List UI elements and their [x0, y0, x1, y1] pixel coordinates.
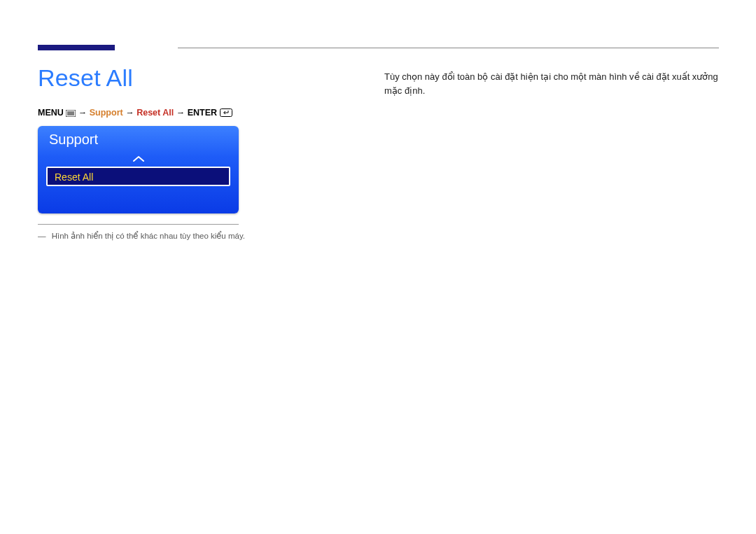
breadcrumb-arrow-1: →: [78, 108, 90, 118]
menu-icon: [66, 108, 76, 120]
breadcrumb-menu: MENU: [38, 108, 64, 118]
breadcrumb-arrow-2: →: [125, 108, 136, 118]
panel-title: Support: [38, 126, 239, 148]
menu-item-reset-all[interactable]: Reset All: [46, 167, 230, 186]
footnote-text: Hình ảnh hiển thị có thể khác nhau tùy t…: [52, 232, 245, 240]
top-horizontal-rule: [178, 48, 719, 48]
footnote-dash: ―: [38, 232, 46, 240]
chevron-up-icon[interactable]: [38, 154, 239, 165]
enter-icon: [220, 108, 232, 120]
page-heading: Reset All: [38, 64, 133, 92]
breadcrumb-arrow-3: →: [176, 108, 188, 118]
panel-bottom-rule: [38, 224, 239, 225]
breadcrumb-support: Support: [90, 108, 123, 118]
accent-bar: [38, 45, 115, 50]
description-text: Tùy chọn này đổi toàn bộ cài đặt hiện tạ…: [384, 70, 720, 97]
footnote: ― Hình ảnh hiển thị có thể khác nhau tùy…: [38, 231, 245, 241]
breadcrumb-reset-all: Reset All: [136, 108, 174, 118]
breadcrumb: MENU → Support → Reset All → ENTER: [38, 107, 232, 120]
breadcrumb-enter: ENTER: [188, 108, 217, 118]
support-menu-panel: Support Reset All: [38, 126, 239, 213]
